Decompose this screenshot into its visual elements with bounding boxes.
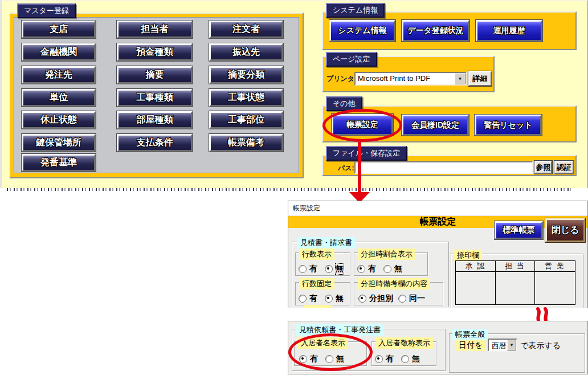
member-id-settings-button[interactable]: 会員様ID設定 (402, 115, 469, 136)
radio-remarks-bybreakdown[interactable] (358, 295, 366, 303)
master-section-label: マスター登録 (17, 3, 76, 18)
printer-select-value: Microsoft Print to PDF (356, 73, 455, 84)
seal-cell-empty (456, 272, 496, 304)
seal-label: 捺印欄 (454, 250, 482, 261)
seal-cell-empty (535, 272, 575, 304)
system-info-section-label: システム情報 (326, 3, 385, 18)
operation-history-button[interactable]: 運用履歴 (476, 20, 542, 42)
radio-rowfixed-ari[interactable] (299, 295, 307, 303)
path-label: パス: (338, 164, 354, 173)
master-button-kojijotai[interactable]: 工事状態 (209, 89, 283, 107)
annotation-arrow-line (358, 142, 361, 193)
master-button-tani[interactable]: 単位 (22, 89, 96, 107)
date-suffix-text: で表示する (520, 341, 561, 351)
master-button-tantosha[interactable]: 担当者 (117, 21, 193, 38)
printer-select[interactable]: Microsoft Print to PDF ▼ (354, 72, 467, 85)
master-button-chohyobiko[interactable]: 帳票備考 (209, 134, 283, 152)
radio-shareratio-ari[interactable] (357, 265, 365, 273)
annotation-oval-report-settings (322, 109, 402, 142)
annotation-oval-tenant-name (288, 333, 373, 371)
radio-rowcount-ari[interactable] (299, 265, 307, 273)
auth-button[interactable]: 認証 (554, 161, 574, 174)
screenshot-canvas: マスター登録 支店 金融機関 発注先 単位 休止状態 鍵保管場所 発番基準 担当… (0, 0, 588, 375)
master-button-shiten[interactable]: 支店 (22, 21, 96, 38)
master-button-yokinshurui[interactable]: 預金種類 (117, 43, 193, 61)
report-window-header-text: 帳票設定 (420, 216, 456, 228)
master-button-shiharaijoken[interactable]: 支払条件 (117, 134, 193, 152)
path-input-wrap (354, 161, 533, 174)
seal-col-approval: 承 認 (456, 261, 496, 272)
row-count-display-label: 行数表示 (299, 248, 334, 260)
window-cut-artifact (7, 188, 571, 191)
master-button-kinyukikan[interactable]: 金融機関 (22, 43, 96, 61)
date-format-select[interactable]: 西暦 ▼ (488, 339, 517, 352)
printer-detail-button[interactable]: 詳細 (468, 71, 492, 86)
seal-col-sales: 営 業 (535, 261, 575, 272)
warning-reset-button[interactable]: 警告リセット (475, 115, 542, 136)
master-button-kojibui[interactable]: 工事部位 (209, 111, 283, 129)
printer-label: プリンタ: (326, 74, 357, 84)
master-button-hacchusaki[interactable]: 発注先 (22, 66, 96, 84)
seal-table: 承 認 担 当 営 業 (455, 260, 575, 305)
printer-dropdown-arrow-icon[interactable]: ▼ (455, 73, 466, 84)
master-section-label-text: マスター登録 (24, 6, 69, 15)
estimate-invoice-label: 見積書・請求書 (297, 237, 355, 248)
system-info-button[interactable]: システム情報 (329, 20, 395, 42)
tenant-honorific-display-label: 入居者敬称表示 (375, 337, 433, 349)
master-button-heyashurui[interactable]: 部屋種類 (117, 111, 193, 129)
radio-rowfixed-nashi[interactable] (325, 295, 333, 303)
standard-report-button[interactable]: 標準帳票 (495, 221, 543, 239)
master-button-kojishurui[interactable]: 工事種類 (117, 89, 193, 107)
share-remarks-content-label: 分担時備考欄の内容 (358, 278, 430, 290)
radio-shareratio-nashi[interactable] (383, 265, 391, 273)
master-button-hatsubankijun[interactable]: 発番基準 (22, 154, 96, 172)
row-count-fixed-label: 行数固定 (299, 278, 334, 290)
report-window-title-text: 帳票設定 (293, 204, 320, 212)
data-registration-status-button[interactable]: データ登録状況 (402, 20, 469, 42)
seal-col-incharge: 担 当 (496, 261, 536, 272)
master-button-furikomisaki[interactable]: 振込先 (209, 43, 283, 61)
date-format-value: 西暦 (489, 340, 507, 350)
browse-button[interactable]: 参照 (534, 161, 552, 174)
radio-honorific-ari[interactable] (375, 355, 383, 363)
clipped-label-fragment (304, 305, 332, 308)
share-ratio-display-label: 分担時割合表示 (358, 248, 415, 260)
radio-rowcount-nashi[interactable] (325, 265, 333, 273)
report-window-titlebar[interactable]: 帳票設定 (288, 201, 587, 215)
close-button[interactable]: 閉じる (545, 218, 585, 242)
file-save-section-label: ファイル・保存設定 (326, 146, 407, 161)
radio-remarks-same[interactable] (398, 295, 406, 303)
date-prefix-label: 日付を (456, 340, 485, 351)
master-button-tekiyobunrui[interactable]: 摘要分類 (209, 66, 283, 84)
master-button-tekiyo[interactable]: 摘要 (117, 66, 193, 84)
master-button-kyushijotai[interactable]: 休止状態 (22, 111, 96, 129)
path-input[interactable] (356, 162, 535, 174)
report-general-label: 帳票全般 (452, 329, 488, 340)
master-button-kagihokan[interactable]: 鍵保管場所 (22, 134, 96, 152)
master-button-chumonsha[interactable]: 注文者 (209, 21, 283, 38)
date-format-dropdown-arrow-icon[interactable]: ▼ (507, 340, 516, 350)
radio-honorific-nashi[interactable] (401, 355, 409, 363)
seal-cell-empty (496, 272, 536, 304)
page-setup-section-label: ページ設定 (326, 52, 377, 67)
